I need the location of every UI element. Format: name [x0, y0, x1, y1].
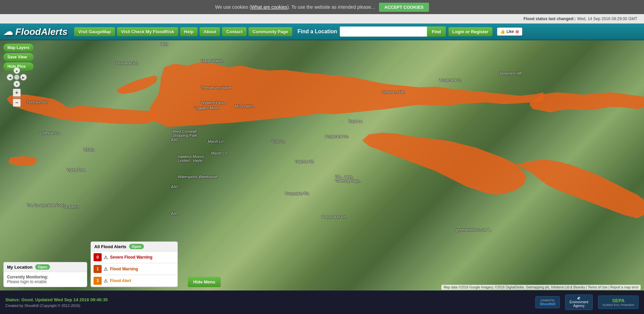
- label-angarrack: Angarrack Inn: [325, 134, 348, 138]
- label-nanpusker-rd: Nanpusker Rd: [285, 191, 309, 195]
- created-by-label: created by: [540, 299, 555, 302]
- road-label-a30b: A30: [171, 138, 178, 142]
- flood-alerts-header: All Flood Alerts Open: [91, 242, 177, 252]
- flood-item-alert[interactable]: 3 ⚠ Flood Alert: [91, 275, 177, 287]
- my-location-header: My Location Open: [4, 262, 87, 272]
- alert-icon: ⚠: [104, 278, 108, 283]
- bottom-status-bar: Status: Good. Updated Wed Sep 14 2016 09…: [0, 290, 644, 314]
- road-label-a30c: A30: [171, 185, 178, 189]
- label-greenleisure: greenleisure.co.uk 🖱: [456, 228, 491, 232]
- warning-count: 1: [94, 265, 102, 273]
- accept-cookies-button[interactable]: ACCEPT COOKIES: [379, 3, 429, 12]
- status-left: Status: Good. Updated Wed Sep 14 2016 09…: [5, 297, 108, 308]
- my-location-panel: My Location Open Currently Monitoring: P…: [3, 262, 87, 287]
- thumbs-up-icon: 👍: [500, 29, 505, 34]
- map-layers-button[interactable]: Map Layers: [3, 44, 34, 52]
- flood-status-timestamp: Wed, 14 Sep 2016 08:29:00 GMT: [577, 16, 637, 21]
- site-logo: ☁ FloodAlerts: [3, 26, 67, 37]
- label-cooperative: The Co-operative Food: [27, 203, 65, 207]
- label-hatchs-hill: Hatch's Hill: [295, 160, 314, 164]
- warning-label: Flood Warning: [110, 267, 138, 271]
- map-container[interactable]: A30 A30 A30 A30 B3301 The Co-operative F…: [0, 40, 644, 314]
- shoothill-logo: created by Shoothill: [535, 296, 560, 308]
- what-are-cookies-link[interactable]: What are cookies: [251, 4, 287, 10]
- zoom-ring: ▲ ▶ ▼ ◀: [7, 67, 27, 87]
- flood-status-bar: Flood status last changed:: Wed, 14 Sep …: [0, 14, 644, 24]
- visit-check-floodrisk-button[interactable]: Visit Check My FloodRisk: [117, 27, 178, 36]
- login-prompt: Please login to enable: [7, 279, 84, 284]
- sepa-name: SEPA: [602, 298, 634, 303]
- zoom-controls: ▲ ▶ ▼ ◀ + −: [7, 67, 27, 107]
- status-created-text: Created by Shoothill (Copyright © 2012-2…: [5, 304, 108, 308]
- cookie-bar: We use cookies ( What are cookies ). To …: [0, 0, 644, 14]
- zoom-plus-minus: + −: [13, 89, 21, 107]
- severe-warning-label: Severe Flood Warning: [110, 255, 152, 260]
- label-marsh-ln: Marsh Ln: [208, 139, 223, 143]
- my-location-title: My Location: [7, 265, 33, 270]
- severe-warning-icon: ⚠: [104, 255, 108, 260]
- flood-alerts-title: All Flood Alerts: [94, 244, 126, 249]
- label-steamers-hill2: Steamers Hill: [500, 71, 522, 75]
- about-button[interactable]: About: [200, 27, 220, 36]
- contact-button[interactable]: Contact: [222, 27, 246, 36]
- visit-gaugemap-button[interactable]: Visit GaugeMap: [74, 27, 115, 36]
- alert-count: 3: [94, 277, 102, 285]
- label-loggans-moor: Loggans Moor: [195, 106, 218, 110]
- flood-alerts-panel: All Flood Alerts Open 0 ⚠ Severe Flood W…: [91, 241, 178, 287]
- sepa-tagline: Scottish Env. Protection: [602, 303, 634, 307]
- find-location-label: Find a Location: [298, 29, 337, 35]
- severe-count: 0: [94, 253, 102, 261]
- label-st-johns: St John's: [64, 205, 79, 209]
- road-label-b3301: B3301: [84, 148, 95, 152]
- zoom-right-arrow[interactable]: ▶: [20, 74, 27, 81]
- label-grist-ln: Grist Ln: [272, 139, 285, 143]
- status-right: created by Shoothill 🌊 EnvironmentAgency…: [535, 295, 639, 310]
- flood-item-warning[interactable]: 1 ⚠ Flood Warning: [91, 263, 177, 275]
- remove-icon: ⊗: [515, 29, 519, 34]
- like-widget[interactable]: 👍 Like ⊗: [497, 28, 522, 36]
- road-label-a30d: A30: [171, 212, 178, 216]
- zoom-down-arrow[interactable]: ▼: [13, 81, 20, 87]
- cookie-message: We use cookies (: [215, 4, 251, 10]
- flood-item-severe[interactable]: 0 ⚠ Severe Flood Warning: [91, 252, 177, 263]
- my-location-body: Currently Monitoring: Please login to en…: [4, 272, 87, 287]
- help-button[interactable]: Help: [180, 27, 198, 36]
- zoom-center: [14, 75, 19, 80]
- label-back-ln: Back Ln: [349, 119, 362, 123]
- label-steamers-hill: Steamers Hill: [382, 90, 404, 94]
- alert-label: Flood Alert: [110, 278, 131, 283]
- label-hayle-station: Hayle Station: [201, 59, 223, 63]
- find-location-group: Find a Location Find Login or Register: [298, 27, 492, 37]
- hide-menu-button[interactable]: Hide Menu: [188, 277, 221, 287]
- label-glebe-row: Glebe Row: [67, 168, 85, 172]
- label-premier-inn: Premier Inn Hayle: [201, 86, 231, 90]
- community-page-button[interactable]: Community Page: [249, 27, 292, 36]
- label-west-cornwall: West CornwallShopping Park: [173, 129, 197, 137]
- label-lelthean-ln: Lelthean Ln: [40, 131, 60, 135]
- find-location-input[interactable]: [340, 27, 427, 37]
- label-watersports: Watersports Warehouse: [178, 175, 217, 179]
- environment-agency-logo: 🌊 EnvironmentAgency: [565, 295, 593, 310]
- find-button[interactable]: Find: [427, 27, 445, 37]
- left-controls: Map Layers Save View Hide Pins: [3, 44, 34, 71]
- label-richmond: Ric... nessCatering Supp...: [335, 175, 362, 183]
- login-register-button[interactable]: Login or Register: [448, 27, 493, 36]
- zoom-in-button[interactable]: +: [13, 89, 21, 97]
- status-good-text: Status: Good. Updated Wed Sep 14 2016 09…: [5, 297, 108, 302]
- flood-status-label: Flood status last changed::: [524, 16, 576, 21]
- my-location-status: Open: [35, 264, 50, 270]
- warning-icon: ⚠: [104, 266, 108, 272]
- zoom-left-arrow[interactable]: ◀: [7, 74, 13, 81]
- nav-bar: ☁ FloodAlerts Visit GaugeMap Visit Check…: [0, 24, 644, 40]
- zoom-up-arrow[interactable]: ▲: [13, 67, 20, 74]
- ea-name: EnvironmentAgency: [570, 300, 588, 308]
- label-pentowan-rd: Pentowan Rd: [116, 61, 138, 65]
- monitoring-label: Currently Monitoring:: [7, 275, 84, 279]
- map-attribution: Map data ©2016 Google Imagery, ©2016 Dig…: [441, 285, 641, 290]
- sepa-logo: SEPA Scottish Env. Protection: [598, 296, 639, 309]
- road-label-a30: A30: [161, 42, 168, 46]
- cookie-message2: ). To use the website as intended please…: [287, 4, 375, 10]
- save-view-button[interactable]: Save View: [3, 53, 34, 61]
- zoom-out-button[interactable]: −: [13, 99, 21, 107]
- like-label: Like: [506, 29, 514, 34]
